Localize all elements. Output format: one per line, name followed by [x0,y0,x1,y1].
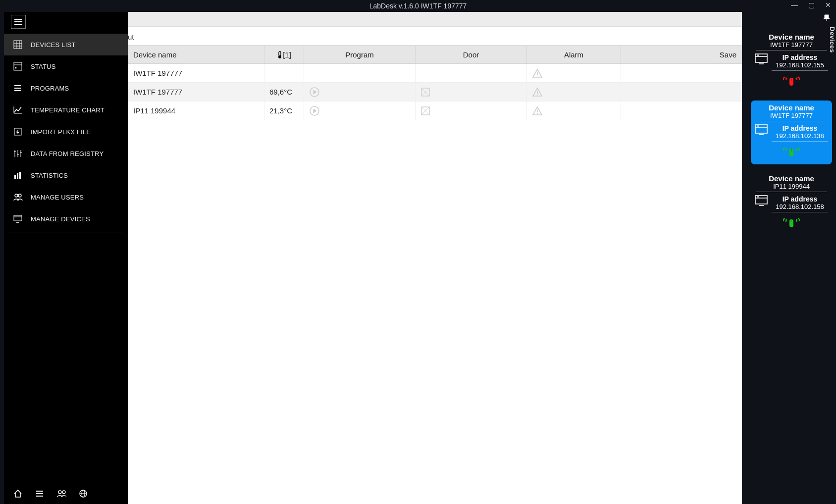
svg-marker-14 [314,109,316,113]
nav-item-manage-users[interactable]: MANAGE USERS [4,186,128,208]
nav-item-devices-list[interactable]: DEVICES LIST [4,34,128,55]
cell-save [621,101,742,120]
svg-point-4 [537,75,538,76]
nav-item-manage-devices[interactable]: MANAGE DEVICES [4,208,128,230]
play-icon[interactable] [309,105,410,116]
alarm-icon [532,106,616,116]
nav-label: TEMPERATURE CHART [31,106,104,114]
device-name-label: Device name [754,103,829,112]
cell-temperature [264,64,304,83]
svg-rect-49 [14,215,22,221]
svg-marker-6 [314,90,316,94]
nav-label: IMPORT PLKX FILE [31,128,91,136]
cell-save [621,64,742,83]
door-icon [420,106,522,116]
col-device-name[interactable]: Device name [128,46,264,64]
devices-panel: Device nameIW1TF 197777IP address192.168… [747,12,836,504]
connection-status-icon [754,215,829,230]
users-icon [13,192,23,202]
hamburger-button[interactable] [11,15,26,29]
nav-item-data-from-registry[interactable]: DATA FROM REGISTRY [4,143,128,164]
col-door[interactable]: Door [416,46,527,64]
layers-icon[interactable] [35,489,45,499]
nav-label: STATUS [31,63,56,70]
import-icon [13,127,23,137]
col-program[interactable]: Program [304,46,416,64]
device-ip-value: 192.168.102.155 [772,61,828,69]
sidebar-bottom-bar [4,483,128,504]
col-save[interactable]: Save [621,46,742,64]
device-ip-value: 192.168.102.158 [772,203,828,210]
svg-rect-44 [14,175,16,179]
svg-rect-0 [279,51,281,56]
nav-label: STATISTICS [31,172,68,179]
cell-door [416,64,527,83]
device-ip-label: IP address [772,124,828,132]
cell-temperature: 69,6°C [264,83,304,101]
users-icon[interactable] [56,489,66,499]
device-name-label: Device name [754,33,829,41]
close-button[interactable]: ✕ [823,1,833,9]
nav-list: DEVICES LISTSTATUSPROGRAMSTEMPERATURE CH… [4,34,128,230]
maximize-button[interactable]: ▢ [806,1,816,9]
device-name-value: IP11 199944 [756,183,827,192]
col-temperature[interactable]: [1] [264,46,304,64]
svg-point-56 [62,491,65,494]
device-name-label: Device name [754,174,829,183]
registry-icon [13,149,23,158]
app-title: LabDesk v.1.6.0 IW1TF 197777 [369,2,467,10]
monitor-icon [755,195,768,206]
device-name-value: IW1TF 197777 [756,41,827,50]
svg-rect-62 [757,55,759,56]
cell-device-name: IW1TF 197777 [128,83,264,101]
nav-item-statistics[interactable]: STATISTICS [4,164,128,186]
cell-device-name: IP11 199944 [128,101,264,120]
window-buttons: — ▢ ✕ [789,1,833,9]
svg-rect-24 [14,41,22,49]
connection-status-icon [754,145,829,159]
device-card[interactable]: Device nameIW1TF 197777IP address192.168… [751,101,832,164]
svg-point-1 [278,55,281,58]
svg-rect-29 [14,62,22,70]
door-icon [420,87,522,97]
device-ip-label: IP address [772,53,828,61]
svg-point-31 [15,67,17,69]
device-card[interactable]: Device nameIP11 199944IP address192.168.… [751,171,832,235]
cell-alarm [527,101,621,120]
col-alarm[interactable]: Alarm [527,46,621,64]
cell-alarm [527,83,621,101]
device-ip-label: IP address [772,195,828,203]
nav-item-temperature-chart[interactable]: TEMPERATURE CHART [4,99,128,121]
pin-icon[interactable] [823,14,831,27]
status-icon [13,61,23,71]
thermometer-icon [277,51,283,59]
nav-label: MANAGE DEVICES [31,215,90,223]
device-name-value: IW1TF 197777 [756,112,827,121]
svg-point-12 [537,94,538,95]
nav-item-import-plkx-file[interactable]: IMPORT PLKX FILE [4,121,128,143]
cell-program [304,101,416,120]
svg-point-55 [58,491,61,494]
device-card[interactable]: Device nameIW1TF 197777IP address192.168… [751,30,832,94]
nav-label: DEVICES LIST [31,41,76,49]
list-icon [13,83,23,93]
svg-rect-45 [17,173,18,179]
minimize-button[interactable]: — [789,1,799,9]
nav-label: PROGRAMS [31,85,69,92]
play-icon[interactable] [309,87,410,98]
nav-item-status[interactable]: STATUS [4,55,128,77]
hamburger-icon [14,18,23,25]
home-icon[interactable] [13,489,23,499]
devices-tab-label[interactable]: Devices [825,27,836,53]
globe-icon[interactable] [78,489,88,499]
titlebar: LabDesk v.1.6.0 IW1TF 197777 — ▢ ✕ [0,0,836,12]
cell-alarm [527,64,621,83]
grid-icon [13,40,23,50]
monitor-icon [755,53,768,64]
nav-label: DATA FROM REGISTRY [31,150,104,157]
sidebar: DEVICES LISTSTATUSPROGRAMSTEMPERATURE CH… [4,12,128,504]
monitor-icon [755,124,768,135]
cell-door [416,101,527,120]
nav-item-programs[interactable]: PROGRAMS [4,77,128,99]
cell-program [304,83,416,101]
